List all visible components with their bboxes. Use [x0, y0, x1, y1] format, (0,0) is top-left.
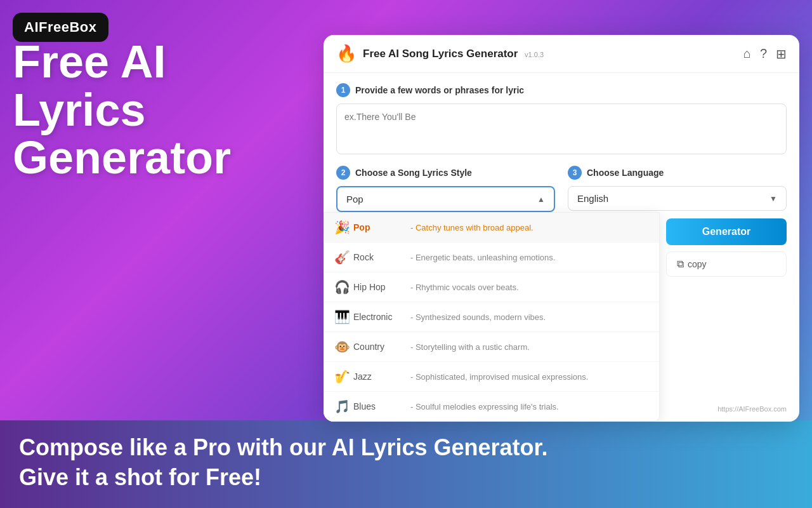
style-item-rock[interactable]: 🎸 Rock - Energetic beats, unleashing emo…: [324, 243, 659, 272]
copy-icon: ⧉: [677, 258, 684, 270]
pop-emoji: 🎉: [334, 220, 353, 235]
chevron-up-icon: ▲: [537, 195, 545, 204]
style-item-electronic[interactable]: 🎹 Electronic - Synthesized sounds, moder…: [324, 302, 659, 332]
lyrics-input[interactable]: [336, 104, 787, 154]
generator-button[interactable]: Generator: [666, 218, 787, 245]
style-dropdown: 🎉 Pop - Catchy tunes with broad appeal. …: [324, 212, 660, 422]
hiphop-name: Hip Hop: [353, 282, 410, 292]
jazz-emoji: 🎷: [334, 369, 353, 384]
step2-col: 2 Choose a Song Lyrics Style Pop ▲: [336, 166, 555, 212]
pop-name: Pop: [353, 222, 410, 232]
card-header: 🔥 Free AI Song Lyrics Generator v1.0.3 ⌂…: [324, 35, 799, 73]
grid-icon[interactable]: ⊞: [776, 46, 787, 62]
hero-section: Free AILyricsGenerator: [13, 38, 292, 182]
chevron-down-icon: ▼: [769, 194, 777, 203]
flame-icon: 🔥: [336, 44, 357, 64]
site-url: https://AIFreeBox.com: [666, 403, 787, 415]
step-row: 2 Choose a Song Lyrics Style Pop ▲ 3 Cho…: [336, 166, 787, 212]
step1-label: 1 Provide a few words or phrases for lyr…: [336, 83, 787, 97]
style-select[interactable]: Pop ▲: [336, 186, 555, 212]
style-item-jazz[interactable]: 🎷 Jazz - Sophisticated, improvised music…: [324, 362, 659, 392]
style-item-blues[interactable]: 🎵 Blues - Soulful melodies expressing li…: [324, 392, 659, 421]
rock-emoji: 🎸: [334, 250, 353, 265]
step3-col: 3 Choose Language English ▼: [568, 166, 787, 212]
style-dropdown-panel: 🎉 Pop - Catchy tunes with broad appeal. …: [324, 212, 660, 422]
jazz-name: Jazz: [353, 371, 410, 382]
blues-desc: - Soulful melodies expressing life's tri…: [410, 402, 559, 411]
electronic-emoji: 🎹: [334, 309, 353, 324]
home-icon[interactable]: ⌂: [743, 46, 751, 62]
card-body: 1 Provide a few words or phrases for lyr…: [324, 73, 799, 212]
version-tag: v1.0.3: [525, 51, 544, 58]
step2-badge: 2: [336, 166, 350, 180]
right-actions: Generator ⧉ copy https://AIFreeBox.com: [660, 212, 799, 422]
language-select[interactable]: English ▼: [568, 186, 787, 211]
hiphop-desc: - Rhythmic vocals over beats.: [410, 283, 519, 292]
rock-desc: - Energetic beats, unleashing emotions.: [410, 253, 555, 262]
blues-emoji: 🎵: [334, 399, 353, 414]
style-item-hiphop[interactable]: 🎧 Hip Hop - Rhythmic vocals over beats.: [324, 272, 659, 302]
logo-text: AIFreeBox: [24, 19, 97, 35]
jazz-desc: - Sophisticated, improvised musical expr…: [410, 372, 588, 382]
country-desc: - Storytelling with a rustic charm.: [410, 342, 530, 352]
step1-badge: 1: [336, 83, 350, 97]
copy-button[interactable]: ⧉ copy: [666, 251, 787, 277]
pop-desc: - Catchy tunes with broad appeal.: [410, 223, 534, 232]
step3-label: 3 Choose Language: [568, 166, 787, 180]
country-emoji: 🐵: [334, 339, 353, 354]
bottom-tagline: Compose like a Pro with our AI Lyrics Ge…: [19, 433, 793, 493]
rock-name: Rock: [353, 252, 410, 262]
style-item-country[interactable]: 🐵 Country - Storytelling with a rustic c…: [324, 332, 659, 362]
dropdown-area: 🎉 Pop - Catchy tunes with broad appeal. …: [324, 212, 799, 422]
bottom-section: Compose like a Pro with our AI Lyrics Ge…: [0, 420, 812, 508]
tool-card: 🔥 Free AI Song Lyrics Generator v1.0.3 ⌂…: [324, 35, 799, 422]
electronic-name: Electronic: [353, 312, 410, 322]
step3-badge: 3: [568, 166, 582, 180]
electronic-desc: - Synthesized sounds, modern vibes.: [410, 312, 546, 322]
country-name: Country: [353, 342, 410, 352]
step2-label: 2 Choose a Song Lyrics Style: [336, 166, 555, 180]
card-title: Free AI Song Lyrics Generator v1.0.3: [363, 48, 743, 60]
help-icon[interactable]: ?: [760, 46, 767, 62]
header-icons: ⌂ ? ⊞: [743, 46, 787, 62]
hero-title: Free AILyricsGenerator: [13, 38, 292, 182]
style-item-pop[interactable]: 🎉 Pop - Catchy tunes with broad appeal.: [324, 213, 659, 243]
hiphop-emoji: 🎧: [334, 279, 353, 295]
blues-name: Blues: [353, 401, 410, 411]
